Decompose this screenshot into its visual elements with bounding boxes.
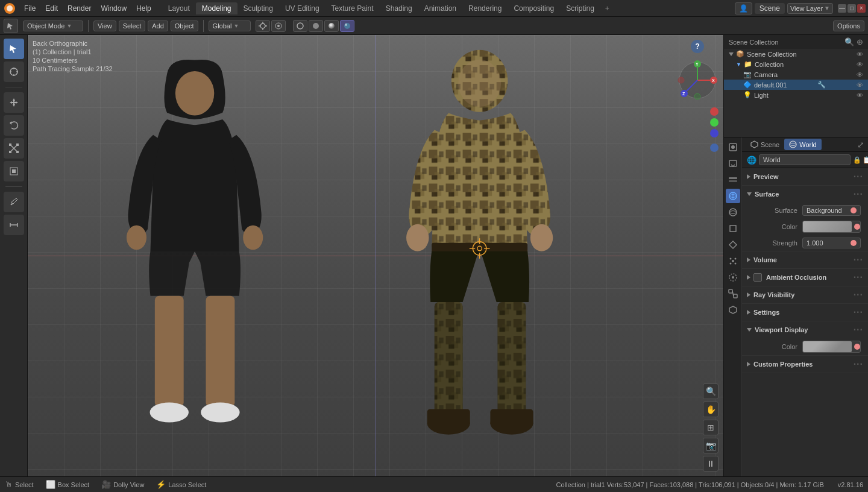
custom-props-section-dots[interactable]: ···	[854, 359, 863, 370]
rotate-tool-btn[interactable]	[4, 115, 24, 136]
ray-vis-section-dots[interactable]: ···	[854, 289, 863, 300]
preview-section-header[interactable]: Preview ···	[742, 168, 868, 185]
wireframe-shading-btn[interactable]	[293, 20, 307, 32]
tab-uv-editing[interactable]: UV Editing	[279, 2, 326, 14]
object-mode-selector[interactable]: Object Mode ▼	[23, 20, 83, 31]
output-props-icon[interactable]	[726, 156, 740, 171]
constraints-props-icon[interactable]	[726, 286, 740, 301]
measure-tool-btn[interactable]	[4, 215, 24, 235]
tab-modeling[interactable]: Modeling	[196, 2, 237, 14]
select-tool-icon[interactable]	[4, 19, 18, 33]
eye-light[interactable]: 👁	[857, 92, 863, 99]
tab-layout[interactable]: Layout	[162, 2, 196, 14]
settings-section-dots[interactable]: ···	[854, 307, 863, 318]
material-props-icon[interactable]	[726, 319, 740, 333]
render-props-icon[interactable]	[726, 140, 740, 154]
vp-color-swatch[interactable]	[803, 341, 852, 352]
scene-selector[interactable]: Scene	[755, 3, 785, 14]
add-tab-button[interactable]: +	[600, 2, 614, 14]
hand-icon[interactable]: ✋	[703, 402, 719, 417]
eye-camera[interactable]: 👁	[857, 71, 863, 78]
particles-props-icon[interactable]	[726, 254, 740, 268]
object-props-icon[interactable]	[726, 221, 740, 236]
minimize-btn[interactable]: —	[838, 4, 846, 13]
menu-edit[interactable]: Edit	[40, 3, 63, 14]
outliner-sync-icon[interactable]: ⊕	[857, 37, 863, 46]
camera-icon[interactable]: 📷	[703, 438, 719, 453]
eye-collection[interactable]: 👁	[857, 61, 863, 68]
view-layer-selector[interactable]: View Layer ▼	[787, 3, 833, 14]
tab-compositing[interactable]: Compositing	[508, 2, 560, 14]
copy-icon[interactable]: 📋	[863, 156, 868, 164]
user-icon-btn[interactable]: 👤	[735, 2, 752, 14]
annotate-tool-btn[interactable]	[4, 192, 24, 212]
vp-display-section-header[interactable]: Viewport Display ···	[742, 321, 868, 338]
move-tool-btn[interactable]	[4, 92, 24, 113]
nav-gizmo[interactable]: X Y Z	[676, 59, 719, 101]
viewport-3d[interactable]: Back Orthographic (1) Collection | trial…	[28, 35, 723, 476]
ao-checkbox[interactable]	[753, 273, 762, 282]
custom-props-section-header[interactable]: Custom Properties ···	[742, 356, 868, 373]
world-browse-icon[interactable]: 🌐	[747, 156, 756, 165]
scene-tab[interactable]: Scene	[746, 139, 784, 150]
scale-tool-btn[interactable]	[4, 138, 24, 159]
physics-props-icon[interactable]	[726, 270, 740, 285]
modifier-props-icon[interactable]	[726, 238, 740, 252]
cursor-tool-btn[interactable]	[4, 62, 24, 82]
transform-tool-btn[interactable]	[4, 161, 24, 181]
surface-type-value[interactable]: Background	[802, 205, 861, 216]
surface-section-header[interactable]: Surface ···	[742, 186, 868, 203]
settings-section-header[interactable]: Settings ···	[742, 304, 868, 321]
options-btn[interactable]: Options	[833, 20, 864, 31]
grid-icon[interactable]: ⊞	[703, 420, 719, 435]
menu-file[interactable]: File	[19, 3, 40, 14]
menu-render[interactable]: Render	[63, 3, 96, 14]
help-btn[interactable]: ?	[691, 40, 704, 53]
view-menu-btn[interactable]: View	[93, 20, 116, 31]
outliner-camera[interactable]: 📷 Camera 👁	[724, 69, 868, 80]
view-layer-props-icon[interactable]	[726, 172, 740, 187]
world-props-icon[interactable]	[726, 205, 740, 219]
tab-scripting[interactable]: Scripting	[560, 2, 600, 14]
menu-window[interactable]: Window	[96, 3, 131, 14]
proportional-edit-toggle[interactable]	[271, 20, 286, 32]
close-btn[interactable]: ×	[857, 4, 866, 13]
transform-selector[interactable]: Global ▼	[209, 20, 251, 31]
scene-props-icon[interactable]	[726, 189, 740, 203]
menu-help[interactable]: Help	[131, 3, 156, 14]
select-menu-btn[interactable]: Select	[119, 20, 146, 31]
strength-value[interactable]: 1.000	[802, 238, 861, 248]
world-name-input[interactable]	[759, 154, 851, 165]
outliner-collection[interactable]: ▼ 📁 Collection 👁	[724, 59, 868, 69]
surface-section-dots[interactable]: ···	[854, 189, 863, 200]
ao-section-header[interactable]: Ambient Occlusion ···	[742, 269, 868, 286]
outliner-default001[interactable]: 🔷 default.001 🔧 👁	[724, 80, 868, 90]
solid-shading-btn[interactable]	[309, 20, 323, 32]
ray-vis-section-header[interactable]: Ray Visibility ···	[742, 286, 868, 303]
object-menu-btn[interactable]: Object	[171, 20, 198, 31]
rendered-shading-btn[interactable]	[340, 20, 354, 32]
pause-icon[interactable]: ⏸	[703, 456, 719, 472]
color-swatch[interactable]	[803, 221, 852, 232]
material-preview-btn[interactable]	[324, 20, 339, 32]
eye-scene-collection[interactable]: 👁	[857, 51, 863, 58]
zoom-icon[interactable]: 🔍	[703, 383, 719, 399]
eye-default001[interactable]: 👁	[857, 81, 863, 89]
vp-display-section-dots[interactable]: ···	[854, 324, 863, 335]
outliner-light[interactable]: 💡 Light 👁	[724, 90, 868, 100]
select-tool-btn[interactable]	[4, 39, 24, 59]
volume-section-dots[interactable]: ···	[854, 254, 863, 265]
properties-expand-btn[interactable]: ⤢	[857, 140, 864, 150]
world-tab[interactable]: World	[784, 139, 822, 150]
outliner-filter-icon[interactable]: 🔍	[844, 37, 854, 46]
shield-icon[interactable]: 🔒	[853, 156, 861, 164]
tab-texture-paint[interactable]: Texture Paint	[326, 2, 380, 14]
tab-animation[interactable]: Animation	[418, 2, 462, 14]
snap-toggle[interactable]	[256, 20, 270, 32]
tab-sculpting[interactable]: Sculpting	[237, 2, 279, 14]
add-menu-btn[interactable]: Add	[148, 20, 168, 31]
maximize-btn[interactable]: □	[848, 4, 856, 13]
tab-shading[interactable]: Shading	[380, 2, 418, 14]
preview-section-dots[interactable]: ···	[854, 171, 863, 182]
tab-rendering[interactable]: Rendering	[462, 2, 508, 14]
